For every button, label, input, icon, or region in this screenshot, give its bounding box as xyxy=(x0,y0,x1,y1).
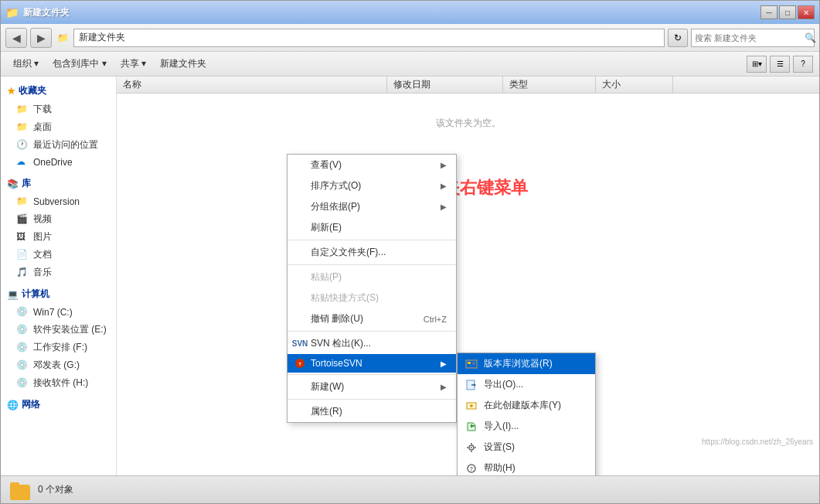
submenu-item-export[interactable]: 导出(O)... xyxy=(458,374,595,395)
ctx-label: 排序方式(O) xyxy=(311,179,361,192)
sidebar-item-download[interactable]: 📁 下载 xyxy=(1,100,116,118)
sidebar-item-label: 视频 xyxy=(33,213,52,226)
sidebar-item-documents[interactable]: 📄 文档 xyxy=(1,246,116,264)
ctx-item-paste-shortcut[interactable]: 粘贴快捷方式(S) xyxy=(288,288,456,308)
network-header[interactable]: 🌐 网络 xyxy=(1,395,116,414)
settings-icon xyxy=(464,441,479,454)
computer-label: 计算机 xyxy=(22,288,49,301)
status-folder-icon xyxy=(10,485,30,500)
tortoisesvn-icon: T xyxy=(294,357,306,369)
onedrive-icon: ☁ xyxy=(16,156,29,169)
col-header-name[interactable]: 名称 xyxy=(117,77,387,93)
sidebar-item-video[interactable]: 🎬 视频 xyxy=(1,210,116,228)
share-button[interactable]: 共享 ▾ xyxy=(114,54,152,74)
ctx-separator xyxy=(288,264,456,265)
sidebar-item-recent[interactable]: 🕐 最近访问的位置 xyxy=(1,136,116,154)
library-section: 📚 库 📁 Subversion 🎬 视频 🖼 图片 📄 文档 xyxy=(1,174,116,281)
submenu-label: 导出(O)... xyxy=(484,378,523,391)
sidebar-item-pictures[interactable]: 🖼 图片 xyxy=(1,228,116,246)
folder-icon: 📁 xyxy=(16,121,29,134)
view-options-button[interactable]: ⊞▾ xyxy=(747,56,767,73)
search-box[interactable]: 🔍 xyxy=(691,29,815,47)
forward-button[interactable]: ▶ xyxy=(30,28,52,48)
library-header[interactable]: 📚 库 xyxy=(1,174,116,193)
toolbar: 组织 ▾ 包含到库中 ▾ 共享 ▾ 新建文件夹 ⊞▾ ☰ ? xyxy=(1,52,819,77)
ctx-label: SVN 检出(K)... xyxy=(311,337,371,350)
sidebar-item-g-drive[interactable]: 💿 邓发表 (G:) xyxy=(1,356,116,374)
sidebar-item-e-drive[interactable]: 💿 软件安装位置 (E:) xyxy=(1,321,116,339)
computer-header[interactable]: 💻 计算机 xyxy=(1,284,116,304)
column-headers: 名称 修改日期 类型 大小 xyxy=(117,77,819,94)
network-section: 🌐 网络 xyxy=(1,395,116,414)
picture-icon: 🖼 xyxy=(16,231,29,243)
ctx-item-view[interactable]: 查看(V) ▶ xyxy=(288,155,456,175)
new-folder-button[interactable]: 新建文件夹 xyxy=(154,54,213,74)
minimize-button[interactable]: ─ xyxy=(760,5,777,19)
ctx-separator xyxy=(288,331,456,332)
video-icon: 🎬 xyxy=(16,213,29,226)
ctx-item-refresh[interactable]: 刷新(E) xyxy=(288,217,456,238)
ctx-label: 分组依据(P) xyxy=(311,200,360,213)
submenu-label: 帮助(H) xyxy=(484,461,515,475)
sidebar-item-label: 软件安装位置 (E:) xyxy=(33,323,107,336)
search-icon: 🔍 xyxy=(805,32,816,43)
submenu-label: 在此创建版本库(Y) xyxy=(484,399,561,412)
maximize-button[interactable]: □ xyxy=(779,5,796,19)
sidebar-item-music[interactable]: 🎵 音乐 xyxy=(1,264,116,281)
help-button[interactable]: ? xyxy=(793,56,813,73)
ctx-label: 自定义文件夹(F)... xyxy=(311,246,386,259)
ctx-item-svn-checkout[interactable]: SVN SVN 检出(K)... xyxy=(288,333,456,354)
submenu-label: 版本库浏览器(R) xyxy=(484,357,553,370)
sidebar-item-c-drive[interactable]: 💿 Win7 (C:) xyxy=(1,304,116,321)
main-area: ★ 收藏夹 📁 下载 📁 桌面 🕐 最近访问的位置 ☁ OneDriv xyxy=(1,77,819,475)
drive-icon: 💿 xyxy=(16,377,29,390)
ctx-item-paste[interactable]: 粘贴(P) xyxy=(288,267,456,288)
network-label: 网络 xyxy=(22,398,40,411)
content-area[interactable]: 名称 修改日期 类型 大小 该文件夹为空。 文件夹右键菜单 查看(V) xyxy=(117,77,819,475)
details-pane-button[interactable]: ☰ xyxy=(770,56,790,73)
favorites-label: 收藏夹 xyxy=(19,84,46,97)
search-input[interactable] xyxy=(695,33,801,43)
sidebar-item-h-drive[interactable]: 💿 接收软件 (H:) xyxy=(1,374,116,392)
submenu-arrow-icon: ▶ xyxy=(441,161,447,169)
watermark: https://blog.csdn.net/zh_26years xyxy=(702,438,813,446)
ctx-item-group[interactable]: 分组依据(P) ▶ xyxy=(288,196,456,217)
sidebar-item-label: 音乐 xyxy=(33,266,52,279)
document-icon: 📄 xyxy=(16,249,29,261)
organize-button[interactable]: 组织 ▾ xyxy=(7,54,45,74)
create-repo-icon xyxy=(464,400,479,412)
address-input[interactable]: 新建文件夹 xyxy=(73,29,665,47)
context-menu: 查看(V) ▶ 排序方式(O) ▶ 分组依据(P) ▶ 刷新(E) 自定义文件夹… xyxy=(287,154,457,423)
computer-section: 💻 计算机 💿 Win7 (C:) 💿 软件安装位置 (E:) 💿 工作安排 (… xyxy=(1,284,116,392)
sidebar-item-onedrive[interactable]: ☁ OneDrive xyxy=(1,154,116,171)
title-bar-left: 📁 新建文件夹 xyxy=(5,6,70,19)
ctx-item-customize[interactable]: 自定义文件夹(F)... xyxy=(288,242,456,263)
col-header-date[interactable]: 修改日期 xyxy=(387,77,503,93)
submenu-item-repo-browser[interactable]: 版本库浏览器(R) xyxy=(458,353,595,374)
refresh-button[interactable]: ↻ xyxy=(668,29,688,47)
sidebar-item-label: Subversion xyxy=(33,196,80,207)
submenu-item-help[interactable]: ? 帮助(H) xyxy=(458,458,595,475)
favorites-header[interactable]: ★ 收藏夹 xyxy=(1,81,116,100)
ctx-item-new[interactable]: 新建(W) ▶ xyxy=(288,376,456,397)
ctx-item-sort[interactable]: 排序方式(O) ▶ xyxy=(288,175,456,196)
include-library-button[interactable]: 包含到库中 ▾ xyxy=(46,54,112,74)
close-button[interactable]: ✕ xyxy=(798,5,815,19)
sidebar-item-desktop[interactable]: 📁 桌面 xyxy=(1,118,116,136)
folder-icon: 📁 xyxy=(16,104,29,116)
submenu-item-import[interactable]: 导入(I)... xyxy=(458,416,595,437)
submenu-item-settings[interactable]: 设置(S) xyxy=(458,437,595,458)
folder-title: 文件夹右键菜单 xyxy=(117,176,819,199)
ctx-shortcut: Ctrl+Z xyxy=(424,315,447,324)
back-button[interactable]: ◀ xyxy=(5,28,27,48)
ctx-item-undo[interactable]: 撤销 删除(U) Ctrl+Z xyxy=(288,308,456,329)
ctx-label: 新建(W) xyxy=(311,380,344,393)
col-header-type[interactable]: 类型 xyxy=(503,77,596,93)
sidebar-item-f-drive[interactable]: 💿 工作安排 (F:) xyxy=(1,339,116,356)
col-header-size[interactable]: 大小 xyxy=(596,77,673,93)
submenu-item-create-repo[interactable]: 在此创建版本库(Y) xyxy=(458,395,595,416)
ctx-item-tortoisesvn[interactable]: T TortoiseSVN ▶ xyxy=(288,354,456,373)
submenu-label: 设置(S) xyxy=(484,441,515,454)
ctx-item-properties[interactable]: 属性(R) xyxy=(288,401,456,422)
sidebar-item-subversion[interactable]: 📁 Subversion xyxy=(1,193,116,210)
